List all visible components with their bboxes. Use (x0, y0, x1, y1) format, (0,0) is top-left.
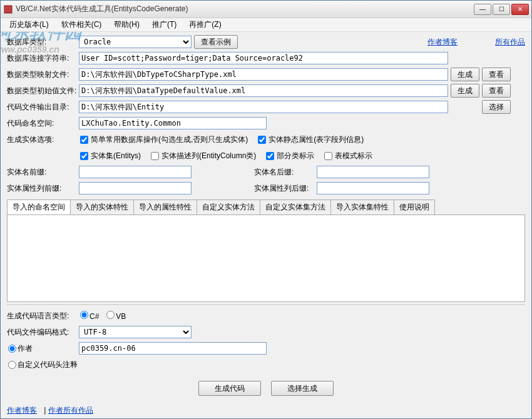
window-title: VB/C#.Net实体代码生成工具(EntitysCodeGenerate) (16, 4, 474, 14)
svg-rect-0 (4, 6, 12, 13)
opt-static[interactable]: 实体静态属性(表字段列信息) (257, 134, 364, 145)
out-dir-input[interactable] (79, 101, 448, 113)
suffix-label: 实体名后缀: (254, 167, 317, 178)
custom-header-option[interactable]: 自定义代码头注释 (7, 360, 107, 370)
tab-usage[interactable]: 使用说明 (394, 199, 435, 215)
opt-partial[interactable]: 部分类标示 (265, 151, 314, 161)
all-works-link[interactable]: 所有作品 (495, 37, 525, 48)
content-area: 河东软件园 www.pc0359.cn 数据库类型: Oracle 查看示例 作… (1, 32, 531, 403)
tab-entityset-method[interactable]: 自定义实体集方法 (260, 199, 331, 215)
conn-str-label: 数据库连接字符串: (7, 53, 79, 64)
view-sample-button[interactable]: 查看示例 (194, 35, 238, 49)
init-val-gen-button[interactable]: 生成 (451, 84, 479, 98)
init-val-view-button[interactable]: 查看 (482, 84, 511, 98)
out-dir-label: 代码文件输出目录: (7, 102, 79, 113)
footer-allworks-link[interactable]: 作者所有作品 (48, 406, 93, 415)
init-val-label: 数据类型初始值文件: (7, 86, 79, 96)
custom-header-radio[interactable] (8, 361, 16, 369)
lang-vb-radio[interactable] (106, 311, 115, 319)
menu-help[interactable]: 帮助(H) (108, 18, 146, 31)
init-val-input[interactable] (79, 84, 448, 97)
opt-db-ops[interactable]: 简单常用数据库操作(勾选生成,否则只生成实体) (79, 134, 248, 145)
menu-software[interactable]: 软件相关(C) (55, 18, 108, 31)
opt-partial-check[interactable] (266, 152, 274, 160)
type-map-view-button[interactable]: 查看 (482, 68, 511, 81)
enc-label: 代码文件编码格式: (7, 327, 79, 338)
menu-promote[interactable]: 推广(T) (146, 18, 183, 31)
gen-opts-label: 生成实体选项: (7, 134, 79, 145)
opt-set-check[interactable] (80, 152, 88, 160)
col-suffix-label: 实体属性列后缀: (254, 183, 317, 194)
minimize-button[interactable]: — (474, 4, 491, 15)
db-type-label: 数据库类型: (7, 37, 79, 48)
opt-set[interactable]: 实体集(Entitys) (79, 151, 141, 161)
type-map-gen-button[interactable]: 生成 (451, 68, 479, 81)
prefix-input[interactable] (79, 166, 192, 178)
prefix-label: 实体名前缀: (7, 167, 79, 178)
opt-desc-check[interactable] (151, 152, 159, 160)
close-button[interactable]: ✕ (511, 4, 529, 15)
namespace-input[interactable] (79, 117, 267, 129)
author-radio[interactable] (8, 345, 16, 353)
opt-table-check[interactable] (324, 152, 332, 160)
col-suffix-input[interactable] (317, 182, 429, 194)
menu-repromote[interactable]: 再推广(Z) (183, 18, 227, 31)
encoding-select[interactable]: UTF-8 (79, 326, 192, 338)
footer: 作者博客 | 作者所有作品 (1, 403, 531, 418)
opt-table[interactable]: 表模式标示 (323, 151, 372, 161)
footer-blog-link[interactable]: 作者博客 (7, 406, 37, 415)
lang-label: 生成代码语言类型: (7, 311, 79, 321)
author-option[interactable]: 作者 (7, 343, 79, 354)
tab-namespace[interactable]: 导入的命名空间 (7, 199, 71, 215)
menu-history[interactable]: 历史版本(L) (3, 18, 55, 31)
type-map-input[interactable] (79, 68, 448, 81)
author-blog-link[interactable]: 作者博客 (427, 37, 458, 48)
tab-bar: 导入的命名空间 导入的实体特性 导入的属性特性 自定义实体方法 自定义实体集方法… (7, 199, 525, 215)
db-type-select[interactable]: Oracle (79, 36, 192, 48)
col-prefix-input[interactable] (79, 182, 192, 194)
menubar: 历史版本(L) 软件相关(C) 帮助(H) 推广(T) 再推广(Z) (1, 18, 531, 32)
opt-db-ops-check[interactable] (80, 136, 88, 144)
tab-entity-method[interactable]: 自定义实体方法 (197, 199, 260, 215)
opt-desc[interactable]: 实体描述列(EntityColumn类) (150, 151, 256, 161)
col-prefix-label: 实体属性列前缀: (7, 183, 79, 194)
tab-entity-attr[interactable]: 导入的实体特性 (70, 199, 134, 215)
maximize-button[interactable]: ☐ (493, 4, 510, 15)
divider (7, 305, 525, 306)
conn-str-input[interactable] (79, 52, 448, 64)
out-dir-select-button[interactable]: 选择 (482, 100, 511, 114)
namespace-label: 代码命名空间: (7, 118, 79, 129)
suffix-input[interactable] (317, 166, 429, 178)
opt-static-check[interactable] (258, 136, 266, 144)
lang-cs[interactable]: C# (79, 311, 99, 321)
lang-cs-radio[interactable] (80, 311, 88, 319)
select-generate-button[interactable]: 选择生成 (271, 381, 334, 396)
type-map-label: 数据类型映射文件: (7, 69, 79, 80)
tab-entityset-attr[interactable]: 导入实体集特性 (330, 199, 394, 215)
titlebar: VB/C#.Net实体代码生成工具(EntitysCodeGenerate) —… (1, 1, 531, 18)
lang-vb[interactable]: VB (105, 311, 126, 321)
tab-content[interactable] (7, 215, 525, 302)
app-icon (3, 4, 13, 14)
author-input[interactable] (79, 342, 267, 355)
app-window: VB/C#.Net实体代码生成工具(EntitysCodeGenerate) —… (0, 0, 532, 419)
generate-code-button[interactable]: 生成代码 (198, 381, 261, 396)
tab-prop-attr[interactable]: 导入的属性特性 (133, 199, 197, 215)
